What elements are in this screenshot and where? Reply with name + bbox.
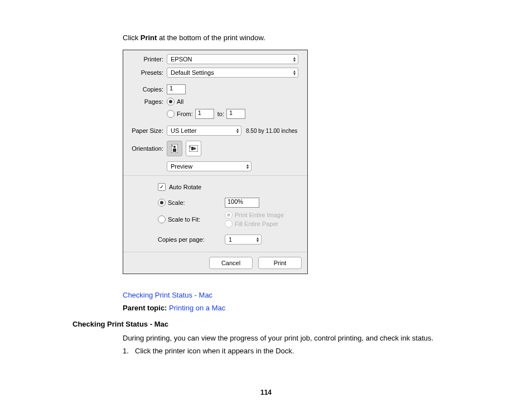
updown-icon: ▴▾ xyxy=(293,56,296,62)
updown-icon: ▴▾ xyxy=(257,237,259,242)
print-button[interactable]: Print xyxy=(258,257,302,269)
updown-icon: ▴▾ xyxy=(236,128,239,133)
autorotate-checkbox[interactable]: ✓ xyxy=(158,183,166,191)
label-printer: Printer: xyxy=(123,56,167,63)
svg-rect-5 xyxy=(191,147,194,150)
orientation-portrait-button[interactable] xyxy=(167,141,182,156)
printer-select[interactable]: EPSON ▴▾ xyxy=(167,54,298,64)
scale-to-fit-radio[interactable] xyxy=(158,215,166,223)
copies-per-page-value: 1 xyxy=(229,236,232,243)
divider xyxy=(123,175,307,176)
print-entire-label: Print Entire Image xyxy=(235,212,284,218)
presets-value: Default Settings xyxy=(171,69,214,76)
fill-paper-radio xyxy=(225,220,233,228)
scale-radio[interactable] xyxy=(158,199,166,207)
label-to: to: xyxy=(217,111,224,117)
preview-section: ✓ Auto Rotate Scale: 100% Scale to Fit: … xyxy=(123,178,307,250)
scale-input[interactable]: 100% xyxy=(225,198,259,208)
scale-to-fit-label: Scale to Fit: xyxy=(168,216,200,223)
mode-select[interactable]: Preview ▴▾ xyxy=(167,161,252,171)
copies-input[interactable]: 1 xyxy=(167,84,186,94)
printer-value: EPSON xyxy=(171,56,192,63)
link-parent-topic[interactable]: Printing on a Mac xyxy=(169,304,225,312)
print-dialog: Printer: EPSON ▴▾ Presets: Default Setti… xyxy=(123,50,308,274)
step-1: 1. Click the printer icon when it appear… xyxy=(123,347,465,355)
landscape-icon xyxy=(189,145,198,152)
paper-dim: 8.50 by 11.00 inches xyxy=(246,128,297,134)
intro-bold: Print xyxy=(141,33,157,42)
label-papersize: Paper Size: xyxy=(123,127,167,134)
orientation-landscape-button[interactable] xyxy=(186,141,201,156)
section-heading: Checking Print Status - Mac xyxy=(72,320,465,328)
autorotate-label: Auto Rotate xyxy=(169,184,201,190)
link-check-status[interactable]: Checking Print Status - Mac xyxy=(123,291,465,299)
pages-all-label: All xyxy=(177,98,183,105)
svg-rect-2 xyxy=(173,148,176,152)
presets-select[interactable]: Default Settings ▴▾ xyxy=(167,68,298,78)
from-input[interactable]: 1 xyxy=(195,109,214,119)
mode-value: Preview xyxy=(171,163,192,170)
updown-icon: ▴▾ xyxy=(246,164,249,169)
label-from: From: xyxy=(177,111,193,117)
label-pages: Pages: xyxy=(123,98,167,105)
page-number: 114 xyxy=(67,389,465,396)
pages-all-radio[interactable] xyxy=(167,98,175,106)
parent-topic-label: Parent topic: xyxy=(123,304,169,312)
print-entire-radio xyxy=(225,211,233,219)
step-number: 1. xyxy=(123,347,135,355)
section-body: During printing, you can view the progre… xyxy=(123,334,465,342)
pages-range-radio[interactable] xyxy=(167,110,175,118)
updown-icon: ▴▾ xyxy=(293,70,296,75)
label-presets: Presets: xyxy=(123,69,167,76)
copies-per-page-label: Copies per page: xyxy=(158,236,205,243)
label-orientation: Orientation: xyxy=(123,145,167,152)
papersize-select[interactable]: US Letter ▴▾ xyxy=(167,126,241,136)
portrait-icon xyxy=(171,144,178,153)
intro-line: Click Print at the bottom of the print w… xyxy=(123,33,465,42)
to-input[interactable]: 1 xyxy=(226,109,245,119)
svg-point-4 xyxy=(194,147,196,150)
intro-pre: Click xyxy=(123,33,141,42)
step-text: Click the printer icon when it appears i… xyxy=(135,347,294,355)
intro-post: at the bottom of the print window. xyxy=(157,33,265,42)
svg-point-1 xyxy=(173,146,176,148)
cancel-button[interactable]: Cancel xyxy=(209,257,253,269)
scale-label: Scale: xyxy=(168,199,185,206)
papersize-value: US Letter xyxy=(171,127,196,134)
copies-per-page-select[interactable]: 1 ▴▾ xyxy=(225,234,262,245)
dialog-footer: Cancel Print xyxy=(123,252,307,274)
fill-paper-label: Fill Entire Paper xyxy=(235,221,278,227)
label-copies: Copies: xyxy=(123,86,167,93)
